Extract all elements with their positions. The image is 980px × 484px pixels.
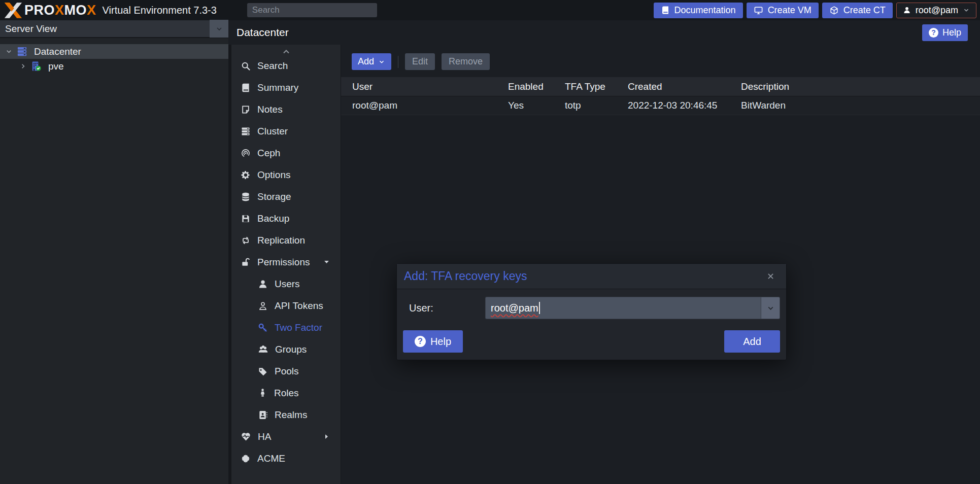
nav-item-roles[interactable]: Roles [231, 382, 341, 404]
user-outline-icon [258, 301, 268, 311]
question-icon: ? [929, 28, 938, 38]
cube-icon [829, 6, 839, 15]
toolbar-separator [398, 56, 398, 68]
tag-icon [258, 366, 268, 376]
user-combobox: root@pam [485, 297, 780, 319]
nav-item-permissions[interactable]: Permissions [231, 251, 341, 273]
nav-item-pools[interactable]: Pools [231, 360, 341, 382]
nav-item-summary[interactable]: Summary [231, 77, 341, 98]
users-group-icon [258, 344, 268, 355]
unlock-icon [241, 257, 251, 267]
version-label: Virtual Environment 7.3-3 [103, 5, 217, 16]
column-header-enabled[interactable]: Enabled [508, 81, 565, 92]
nav-item-ceph[interactable]: Ceph [231, 142, 341, 164]
add-button[interactable]: Add [352, 53, 391, 70]
column-header-created[interactable]: Created [628, 81, 741, 92]
database-icon [241, 192, 251, 202]
view-selector-trigger[interactable] [210, 20, 228, 38]
search-icon [241, 61, 251, 71]
text-cursor [539, 302, 540, 314]
user-menu-button[interactable]: root@pam [896, 3, 976, 18]
person-icon [258, 388, 267, 398]
nav-item-api-tokens[interactable]: API Tokens [231, 295, 341, 317]
datacenter-icon [16, 46, 28, 57]
book-icon [241, 83, 251, 93]
tree-node-pve[interactable]: pve [0, 59, 228, 74]
user-combobox-input[interactable]: root@pam [485, 297, 761, 319]
global-search-input[interactable] [247, 3, 377, 17]
remove-button[interactable]: Remove [442, 53, 490, 70]
node-icon [30, 60, 42, 72]
top-bar: PROXMOX Virtual Environment 7.3-3 Docume… [0, 0, 980, 20]
dialog-title: Add: TFA recovery keys [404, 269, 527, 283]
view-selector[interactable]: Server View [0, 20, 228, 38]
nav-item-search[interactable]: Search [231, 55, 341, 77]
book-icon [661, 6, 670, 15]
server-stack-icon [241, 126, 251, 136]
table-row[interactable]: root@pam Yes totp 2022-12-03 20:46:45 Bi… [341, 96, 980, 115]
key-icon [258, 323, 268, 333]
user-icon [903, 6, 911, 14]
column-header-description[interactable]: Description [741, 81, 980, 92]
scroll-up-icon[interactable] [231, 45, 341, 55]
breadcrumb: Datacenter [236, 26, 289, 39]
nav-item-two-factor[interactable]: Two Factor [231, 317, 341, 338]
create-vm-button[interactable]: Create VM [747, 3, 819, 18]
certificate-seal-icon [241, 454, 251, 464]
user-combobox-trigger[interactable] [761, 297, 780, 319]
sync-arrows-icon [241, 235, 251, 246]
ceph-icon [241, 148, 251, 158]
dialog-help-button[interactable]: ?Help [403, 330, 463, 353]
caret-right-icon [323, 433, 330, 440]
tree-node-datacenter[interactable]: Datacenter [0, 44, 228, 59]
chevron-down-icon [378, 58, 385, 65]
expand-caret-icon[interactable] [19, 62, 27, 70]
floppy-icon [241, 214, 251, 224]
dialog-add-button[interactable]: Add [724, 330, 780, 353]
close-icon[interactable] [766, 272, 775, 281]
nav-item-options[interactable]: Options [231, 164, 341, 186]
nav-item-groups[interactable]: Groups [231, 338, 341, 360]
nav-item-storage[interactable]: Storage [231, 186, 341, 208]
nav-item-cluster[interactable]: Cluster [231, 120, 341, 142]
proxmox-wordmark: PROXMOX [24, 3, 96, 18]
nav-item-replication[interactable]: Replication [231, 229, 341, 251]
help-button[interactable]: ?Help [922, 24, 968, 41]
resource-tree-panel: Server View Datacenter pve [0, 20, 228, 484]
heartbeat-icon [241, 431, 251, 442]
caret-down-icon [323, 258, 330, 266]
nav-item-notes[interactable]: Notes [231, 98, 341, 120]
user-field-label: User: [403, 302, 485, 314]
nav-item-users[interactable]: Users [231, 273, 341, 295]
address-book-icon [258, 410, 268, 420]
chevron-down-icon [766, 304, 775, 313]
nav-item-backup[interactable]: Backup [231, 208, 341, 229]
monitor-icon [754, 6, 763, 15]
nav-item-ha[interactable]: HA [231, 426, 341, 447]
nav-item-realms[interactable]: Realms [231, 404, 341, 426]
nav-item-acme[interactable]: ACME [231, 447, 341, 469]
column-header-user[interactable]: User [341, 81, 508, 92]
gear-icon [241, 170, 251, 180]
chevron-down-icon [215, 25, 223, 33]
user-icon [258, 279, 268, 289]
documentation-button[interactable]: Documentation [654, 3, 743, 18]
edit-button[interactable]: Edit [405, 53, 435, 70]
proxmox-logo-icon [4, 2, 22, 19]
question-icon: ? [415, 336, 426, 347]
table-header-row: User Enabled TFA Type Created Descriptio… [341, 77, 980, 96]
tfa-toolbar: Add Edit Remove [341, 45, 980, 70]
breadcrumb-bar: Datacenter ?Help [228, 20, 980, 45]
tfa-table: User Enabled TFA Type Created Descriptio… [341, 77, 980, 115]
add-tfa-recovery-keys-dialog: Add: TFA recovery keys User: root@pam ?H… [396, 263, 787, 360]
column-header-tfa-type[interactable]: TFA Type [565, 81, 628, 92]
create-ct-button[interactable]: Create CT [822, 3, 893, 18]
chevron-down-icon [963, 7, 970, 14]
note-icon [241, 105, 251, 115]
dialog-header[interactable]: Add: TFA recovery keys [397, 264, 786, 289]
datacenter-nav-panel: Search Summary Notes Cluster Ceph Option… [231, 45, 341, 484]
collapse-caret-icon[interactable] [5, 48, 13, 55]
